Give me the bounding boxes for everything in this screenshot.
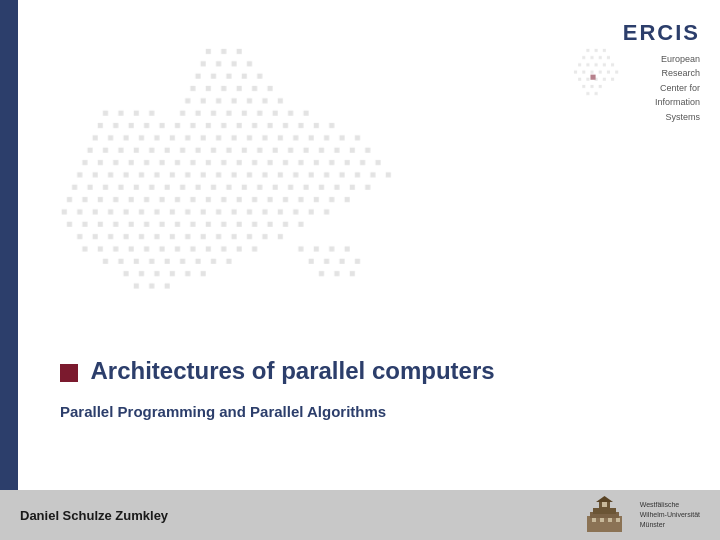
svg-rect-264	[590, 56, 593, 59]
svg-rect-88	[334, 148, 339, 153]
svg-rect-197	[190, 222, 195, 227]
svg-rect-97	[175, 160, 180, 165]
svg-rect-34	[257, 111, 262, 116]
svg-rect-173	[93, 209, 98, 214]
svg-rect-169	[329, 197, 334, 202]
svg-rect-220	[98, 246, 103, 251]
svg-rect-99	[206, 160, 211, 165]
svg-rect-84	[273, 148, 278, 153]
svg-rect-263	[582, 56, 585, 59]
svg-rect-230	[252, 246, 257, 251]
svg-rect-227	[206, 246, 211, 251]
svg-rect-185	[278, 209, 283, 214]
svg-rect-93	[113, 160, 118, 165]
svg-rect-114	[123, 172, 128, 177]
svg-rect-235	[165, 259, 170, 264]
svg-rect-192	[113, 222, 118, 227]
svg-rect-137	[149, 185, 154, 190]
svg-rect-49	[267, 123, 272, 128]
svg-rect-297	[616, 518, 620, 522]
title-marker-square	[60, 364, 78, 382]
ercis-line4: Information	[655, 95, 700, 109]
ercis-subtitle: European Research Center for Information…	[655, 52, 700, 124]
svg-rect-279	[586, 78, 589, 81]
svg-rect-225	[175, 246, 180, 251]
svg-rect-86	[303, 148, 308, 153]
svg-rect-26	[118, 111, 123, 116]
svg-rect-265	[599, 56, 602, 59]
svg-rect-243	[170, 271, 175, 276]
svg-rect-194	[144, 222, 149, 227]
svg-rect-33	[242, 111, 247, 116]
svg-rect-273	[582, 70, 585, 73]
svg-rect-162	[221, 197, 226, 202]
university-logo-svg	[577, 496, 632, 534]
svg-rect-180	[201, 209, 206, 214]
svg-rect-198	[206, 222, 211, 227]
svg-rect-155	[113, 197, 118, 202]
svg-rect-234	[149, 259, 154, 264]
svg-rect-245	[201, 271, 206, 276]
footer-bar: Daniel Schulze Zumkley Westfälische	[0, 490, 720, 540]
svg-rect-165	[267, 197, 272, 202]
svg-rect-81	[226, 148, 231, 153]
svg-rect-219	[82, 246, 87, 251]
svg-rect-72	[87, 148, 92, 153]
svg-rect-215	[231, 234, 236, 239]
svg-rect-175	[123, 209, 128, 214]
svg-rect-132	[72, 185, 77, 190]
svg-rect-287	[595, 92, 598, 95]
svg-rect-54	[93, 135, 98, 140]
svg-rect-8	[211, 74, 216, 79]
svg-rect-73	[103, 148, 108, 153]
svg-rect-207	[108, 234, 113, 239]
svg-rect-164	[252, 197, 257, 202]
main-content: ERCIS European Research Center for Infor…	[0, 0, 720, 540]
svg-rect-179	[185, 209, 190, 214]
svg-rect-124	[278, 172, 283, 177]
svg-rect-184	[262, 209, 267, 214]
svg-rect-152	[67, 197, 72, 202]
svg-rect-295	[600, 518, 604, 522]
svg-rect-17	[267, 86, 272, 91]
svg-rect-122	[247, 172, 252, 177]
title-line: Architectures of parallel computers	[60, 357, 690, 385]
svg-rect-251	[329, 246, 334, 251]
svg-rect-108	[345, 160, 350, 165]
svg-rect-27	[134, 111, 139, 116]
svg-rect-91	[82, 160, 87, 165]
svg-rect-15	[237, 86, 242, 91]
svg-rect-55	[108, 135, 113, 140]
svg-rect-87	[319, 148, 324, 153]
svg-rect-32	[226, 111, 231, 116]
svg-rect-223	[144, 246, 149, 251]
svg-rect-95	[144, 160, 149, 165]
svg-rect-56	[123, 135, 128, 140]
svg-rect-178	[170, 209, 175, 214]
svg-rect-171	[62, 209, 67, 214]
svg-rect-96	[159, 160, 164, 165]
svg-rect-186	[293, 209, 298, 214]
svg-rect-58	[154, 135, 159, 140]
ercis-brand-text: ERCIS	[623, 20, 700, 46]
svg-rect-209	[139, 234, 144, 239]
svg-rect-246	[134, 283, 139, 288]
svg-rect-216	[247, 234, 252, 239]
svg-rect-272	[574, 70, 577, 73]
svg-rect-77	[165, 148, 170, 153]
svg-rect-142	[226, 185, 231, 190]
svg-rect-75	[134, 148, 139, 153]
svg-rect-98	[190, 160, 195, 165]
svg-rect-78	[180, 148, 185, 153]
svg-rect-111	[77, 172, 82, 177]
svg-rect-53	[329, 123, 334, 128]
svg-rect-131	[386, 172, 391, 177]
svg-rect-101	[237, 160, 242, 165]
svg-rect-266	[607, 56, 610, 59]
svg-rect-134	[103, 185, 108, 190]
svg-rect-10	[242, 74, 247, 79]
slide: ERCIS European Research Center for Infor…	[0, 0, 720, 540]
svg-rect-109	[360, 160, 365, 165]
svg-rect-36	[288, 111, 293, 116]
svg-rect-268	[586, 63, 589, 66]
